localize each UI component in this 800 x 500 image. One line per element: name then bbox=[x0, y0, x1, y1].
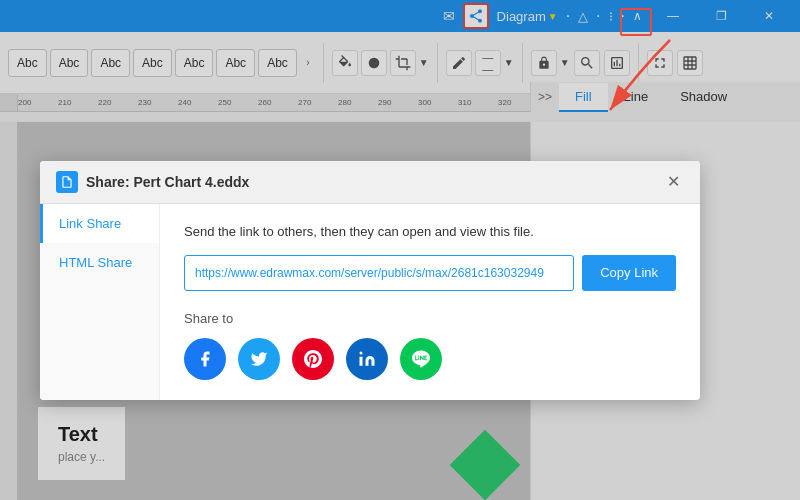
modal-sidebar: Link Share HTML Share bbox=[40, 204, 160, 400]
social-buttons-row bbox=[184, 338, 676, 380]
modal-body: Link Share HTML Share Send the link to o… bbox=[40, 204, 700, 400]
sidebar-link-share[interactable]: Link Share bbox=[40, 204, 159, 243]
svg-point-2 bbox=[360, 351, 363, 354]
modal-header-left: Share: Pert Chart 4.eddx bbox=[56, 171, 249, 193]
facebook-share-button[interactable] bbox=[184, 338, 226, 380]
modal-title: Share: Pert Chart 4.eddx bbox=[86, 174, 249, 190]
share-to-label: Share to bbox=[184, 311, 676, 326]
sidebar-html-share[interactable]: HTML Share bbox=[40, 243, 159, 282]
modal-close-button[interactable]: ✕ bbox=[662, 171, 684, 193]
line-share-button[interactable] bbox=[400, 338, 442, 380]
link-row: Copy Link bbox=[184, 255, 676, 291]
modal-overlay: Share: Pert Chart 4.eddx ✕ Link Share HT… bbox=[0, 0, 800, 500]
modal-header: Share: Pert Chart 4.eddx ✕ bbox=[40, 161, 700, 204]
modal-description: Send the link to others, then they can o… bbox=[184, 224, 676, 239]
copy-link-button[interactable]: Copy Link bbox=[582, 255, 676, 291]
share-modal: Share: Pert Chart 4.eddx ✕ Link Share HT… bbox=[40, 161, 700, 400]
link-input[interactable] bbox=[184, 255, 574, 291]
modal-app-icon bbox=[56, 171, 78, 193]
twitter-share-button[interactable] bbox=[238, 338, 280, 380]
pinterest-share-button[interactable] bbox=[292, 338, 334, 380]
modal-content-area: Send the link to others, then they can o… bbox=[160, 204, 700, 400]
linkedin-share-button[interactable] bbox=[346, 338, 388, 380]
